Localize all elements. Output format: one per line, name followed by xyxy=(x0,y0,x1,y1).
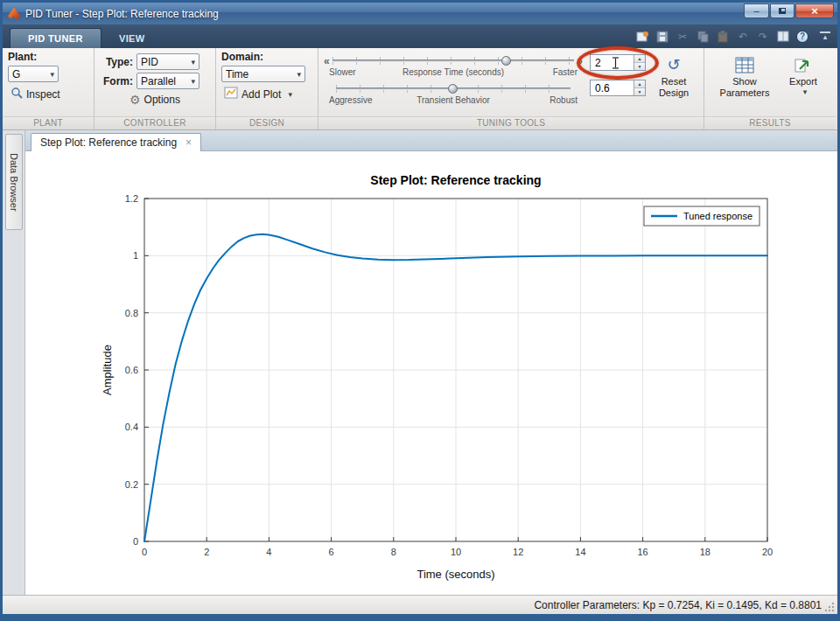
cut-icon[interactable]: ✂ xyxy=(676,30,690,44)
slider2-left-label: Aggressive xyxy=(329,95,416,107)
app-icon[interactable] xyxy=(8,8,20,20)
section-tuning-tools: « » Slower Response Time (seconds) Faste… xyxy=(318,48,704,129)
status-bar: Controller Parameters: Kp = 0.7254, Ki =… xyxy=(3,595,837,614)
form-dropdown[interactable]: Parallel ▾ xyxy=(136,73,200,89)
plant-dropdown-value: G xyxy=(12,68,20,80)
document-tab-bar: Step Plot: Reference tracking × xyxy=(25,130,837,151)
chevron-down-icon: ▾ xyxy=(297,70,301,79)
section-design: Domain: Time ▾ Add Plot ▾ DESIGN xyxy=(215,48,318,129)
reset-design-button[interactable]: ↺ Reset Design xyxy=(651,51,696,114)
domain-label: Domain: xyxy=(221,51,312,63)
gear-icon: ⚙ xyxy=(130,94,141,106)
data-browser-label: Data Browser xyxy=(9,153,19,212)
slider-track xyxy=(332,59,575,62)
export-label: Export xyxy=(789,76,817,87)
plant-dropdown[interactable]: G ▾ xyxy=(8,66,59,82)
save-icon[interactable] xyxy=(655,30,669,44)
spinner-down-button[interactable]: ▼ xyxy=(634,87,645,95)
chevron-left-icon[interactable]: « xyxy=(324,56,330,66)
slider1-left-label: Slower xyxy=(329,67,402,79)
svg-text:20: 20 xyxy=(762,547,773,557)
maximize-button[interactable] xyxy=(770,3,794,18)
tab-pid-tuner-label: PID TUNER xyxy=(28,33,83,44)
type-dropdown[interactable]: PID ▾ xyxy=(136,53,200,70)
layout-icon[interactable] xyxy=(776,30,790,44)
data-browser-tab[interactable]: Data Browser xyxy=(5,134,23,230)
redo-icon[interactable]: ↷ xyxy=(756,30,770,44)
chevron-right-icon[interactable]: » xyxy=(577,56,583,66)
options-label: Options xyxy=(144,94,180,106)
tab-view[interactable]: VIEW xyxy=(102,28,163,48)
form-label: Form: xyxy=(100,75,133,87)
section-results: Show Parameters Export ▾ RESULTS xyxy=(704,48,836,129)
transient-behavior-field[interactable]: 0.6 ▲ ▼ xyxy=(590,80,646,96)
chevron-down-icon: ▾ xyxy=(191,77,195,86)
spinner-up-button[interactable]: ▲ xyxy=(634,80,645,87)
slider1-right-label: Faster xyxy=(504,67,578,79)
toolstrip: Plant: G ▾ Inspect PLANT xyxy=(3,48,837,130)
minimize-button[interactable]: – xyxy=(744,3,769,18)
svg-text:2: 2 xyxy=(204,547,209,557)
response-time-field[interactable]: 2 ▲ ▼ xyxy=(590,54,646,71)
options-button[interactable]: ⚙ Options xyxy=(127,92,183,108)
response-time-slider[interactable] xyxy=(332,55,575,66)
slider1-center-label: Response Time (seconds) xyxy=(402,67,504,79)
help-icon[interactable]: ? xyxy=(796,31,808,43)
svg-text:Time (seconds): Time (seconds) xyxy=(416,568,494,581)
spinner-down-button[interactable]: ▼ xyxy=(634,62,645,70)
export-icon xyxy=(794,56,813,73)
paste-icon[interactable] xyxy=(716,30,730,44)
response-time-slider-thumb[interactable] xyxy=(501,56,511,66)
reset-icon: ↺ xyxy=(667,56,680,73)
tab-close-icon[interactable]: × xyxy=(186,137,192,148)
type-dropdown-value: PID xyxy=(141,56,158,68)
svg-text:0.2: 0.2 xyxy=(125,479,138,490)
resize-grip[interactable] xyxy=(832,603,834,604)
inspect-button[interactable]: Inspect xyxy=(8,85,63,103)
transient-behavior-value: 0.6 xyxy=(591,80,634,95)
restore-icon xyxy=(779,8,786,14)
plant-label: Plant: xyxy=(8,51,88,63)
section-label-controller: CONTROLLER xyxy=(94,116,215,129)
close-icon: × xyxy=(811,5,818,17)
add-plot-icon xyxy=(224,87,238,101)
export-button[interactable]: Export ▾ xyxy=(780,51,827,114)
svg-text:1.2: 1.2 xyxy=(125,193,138,204)
minimize-icon: – xyxy=(753,6,759,16)
svg-text:Amplitude: Amplitude xyxy=(101,345,114,395)
transient-behavior-slider[interactable] xyxy=(336,83,570,94)
undo-icon[interactable]: ↶ xyxy=(736,30,750,44)
svg-text:0.8: 0.8 xyxy=(125,308,138,318)
plot-canvas: 0246810121416182000.20.40.60.811.2Step P… xyxy=(25,151,837,595)
svg-text:14: 14 xyxy=(575,547,585,557)
show-parameters-button[interactable]: Show Parameters xyxy=(713,51,776,114)
add-plot-label: Add Plot xyxy=(242,88,281,101)
window-title: PID Tuner - Step Plot: Reference trackin… xyxy=(25,8,738,20)
svg-text:Tuned response: Tuned response xyxy=(683,211,752,221)
inspect-label: Inspect xyxy=(26,88,60,101)
chevron-down-icon: ▾ xyxy=(191,58,195,66)
toolstrip-tab-row: PID TUNER VIEW ✂ ↶ ↷ ? ▴ xyxy=(3,24,837,48)
text-cursor-icon xyxy=(612,57,620,72)
step-response-chart: 0246810121416182000.20.40.60.811.2Step P… xyxy=(32,164,830,589)
transient-slider-thumb[interactable] xyxy=(448,84,458,94)
title-bar[interactable]: PID Tuner - Step Plot: Reference trackin… xyxy=(3,3,837,24)
domain-dropdown[interactable]: Time ▾ xyxy=(221,66,305,82)
close-button[interactable]: × xyxy=(795,3,834,18)
svg-text:Step Plot: Reference tracking: Step Plot: Reference tracking xyxy=(370,173,541,187)
minimize-toolstrip-icon[interactable]: ▴ xyxy=(820,31,830,41)
slider2-center-label: Transient Behavior xyxy=(416,95,490,107)
data-browser-strip: Data Browser xyxy=(3,130,25,595)
copy-icon[interactable] xyxy=(696,30,710,44)
section-controller: Type: PID ▾ Form: Parallel ▾ ⚙ xyxy=(94,48,215,129)
tab-pid-tuner[interactable]: PID TUNER xyxy=(10,28,102,48)
svg-text:0: 0 xyxy=(142,547,147,557)
new-figure-icon[interactable] xyxy=(635,30,649,44)
section-label-plant: PLANT xyxy=(3,116,94,129)
add-plot-button[interactable]: Add Plot ▾ xyxy=(221,85,295,103)
svg-text:12: 12 xyxy=(513,547,523,557)
step-plot-tab[interactable]: Step Plot: Reference tracking × xyxy=(31,133,201,151)
spinner-up-button[interactable]: ▲ xyxy=(634,55,645,62)
svg-text:8: 8 xyxy=(391,547,396,557)
chevron-down-icon: ▾ xyxy=(288,90,292,99)
